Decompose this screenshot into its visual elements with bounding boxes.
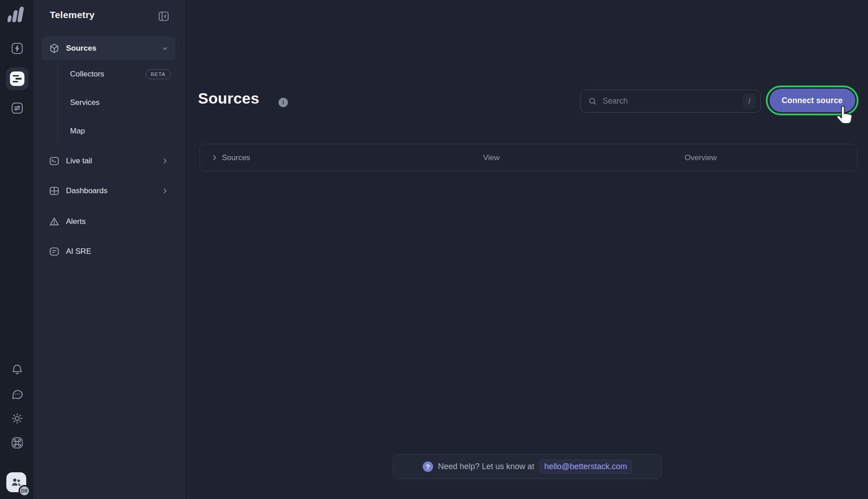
betterstack-logo-icon[interactable] — [6, 5, 27, 24]
shortcuts-command-icon[interactable] — [9, 435, 25, 451]
column-header-view: View — [483, 144, 500, 171]
support-email-link[interactable]: hello@betterstack.com — [539, 460, 632, 474]
slash-shortcut-key: / — [743, 94, 756, 109]
feedback-chat-icon[interactable] — [9, 386, 25, 402]
sidebar: Telemetry Sources Collectors BE — [34, 0, 184, 499]
sidebar-item-live-tail[interactable]: Live tail — [42, 151, 175, 171]
sidebar-item-dashboards[interactable]: Dashboards — [42, 181, 175, 201]
warning-triangle-icon — [49, 216, 60, 227]
sidebar-item-alerts[interactable]: Alerts — [42, 211, 175, 232]
question-icon: ? — [423, 461, 433, 472]
help-bar: ? Need help? Let us know at hello@better… — [393, 454, 662, 479]
chevron-right-icon — [211, 154, 218, 162]
sidebar-item-label: Alerts — [66, 217, 85, 226]
sidebar-item-ai-sre[interactable]: AI SRE — [42, 241, 175, 262]
sidebar-item-label: Live tail — [66, 157, 92, 166]
column-header-overview: Overview — [685, 144, 717, 171]
column-header-sources: Sources — [222, 153, 250, 162]
sources-table-header: Sources View Overview — [199, 144, 858, 171]
chevron-right-icon — [161, 187, 169, 195]
connect-source-highlight-ring: Connect source — [766, 86, 859, 115]
uptime-lightning-icon[interactable] — [9, 40, 25, 57]
sidebar-item-services[interactable]: Services — [42, 92, 175, 113]
cube-icon — [49, 43, 60, 54]
user-initials-badge[interactable]: DR — [19, 485, 30, 497]
terminal-icon — [49, 156, 60, 166]
chevron-right-icon — [161, 157, 169, 165]
settings-sliders-icon[interactable] — [9, 100, 25, 116]
page-title: Sources — [198, 90, 259, 107]
dashboard-grid-icon — [49, 185, 60, 196]
connect-source-button[interactable]: Connect source — [769, 89, 855, 112]
info-icon[interactable]: i — [278, 98, 288, 107]
theme-sun-icon[interactable] — [9, 410, 25, 427]
sidebar-item-sources[interactable]: Sources — [42, 36, 175, 60]
sidebar-item-label: Map — [70, 127, 85, 136]
icon-rail: DR — [0, 0, 34, 499]
help-text: Need help? Let us know at — [438, 462, 534, 471]
telemetry-logs-icon[interactable] — [6, 67, 28, 90]
logs-glyph — [10, 71, 24, 86]
ai-message-icon — [49, 246, 60, 257]
app-window: DR Telemetry Sources Co — [0, 0, 868, 499]
sidebar-item-label: Collectors — [70, 70, 104, 79]
sidebar-item-map[interactable]: Map — [42, 121, 175, 142]
sidebar-item-label: Dashboards — [66, 186, 108, 195]
sidebar-title: Telemetry — [50, 10, 94, 20]
search-icon — [588, 96, 597, 106]
sidebar-item-label: Services — [70, 98, 99, 107]
collapse-sidebar-icon[interactable] — [157, 10, 170, 23]
table-group-sources[interactable]: Sources — [211, 144, 250, 171]
beta-badge: BETA — [146, 69, 171, 79]
search-box[interactable]: / — [580, 90, 761, 113]
sidebar-item-label: Sources — [66, 44, 96, 53]
main-content: Sources i / Connect source Sources View … — [185, 0, 868, 499]
search-input[interactable] — [597, 96, 743, 106]
notifications-bell-icon[interactable] — [9, 361, 25, 378]
sidebar-item-collectors[interactable]: Collectors BETA — [42, 64, 175, 85]
sidebar-item-label: AI SRE — [66, 247, 91, 256]
chevron-down-icon — [161, 44, 169, 52]
